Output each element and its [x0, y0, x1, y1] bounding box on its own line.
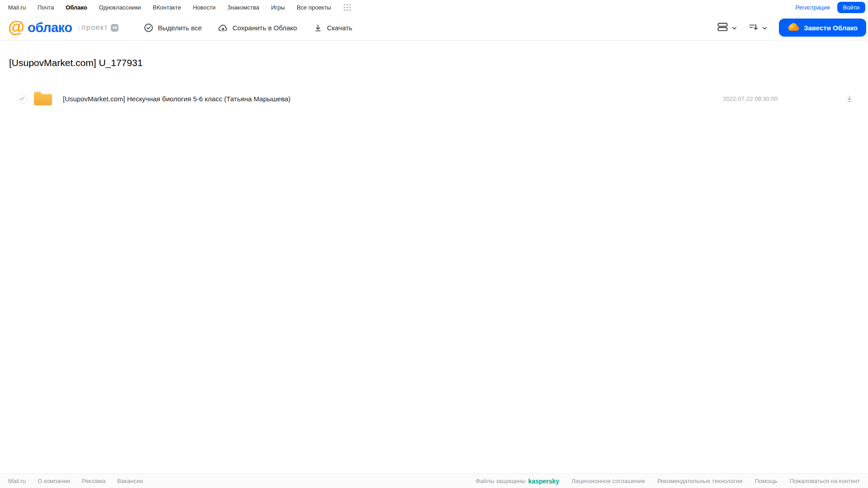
nav-link-games[interactable]: Игры [271, 4, 285, 11]
top-nav-right: Регистрация Войти [796, 2, 865, 13]
nav-link-mailru[interactable]: Mail.ru [8, 4, 26, 11]
nav-link-mail[interactable]: Почта [38, 4, 54, 11]
row-download-icon[interactable] [845, 95, 854, 103]
footer-link-mailru[interactable]: Mail.ru [8, 478, 26, 484]
chevron-down-icon [762, 24, 767, 32]
nav-link-dating[interactable]: Знакомства [227, 4, 259, 11]
create-cloud-label: Завести Облако [804, 24, 858, 32]
footer-link-help[interactable]: Помощь [754, 478, 777, 484]
save-to-cloud-button[interactable]: Сохранить в Облако [218, 23, 297, 33]
file-row[interactable]: [UsupovMarket.com] Нескучная биология 5-… [9, 88, 859, 109]
top-nav-links: Mail.ru Почта Облако Одноклассники ВКонт… [8, 4, 351, 11]
file-name-link[interactable]: [UsupovMarket.com] Нескучная биология 5-… [63, 95, 290, 103]
nav-link-news[interactable]: Новости [193, 4, 215, 11]
toolbar: Выделить все Сохранить в Облако Скачат [144, 15, 352, 40]
kaspersky-logo[interactable]: kaspersky [528, 478, 560, 485]
project-label: проект [81, 24, 108, 32]
sort-icon [749, 23, 758, 33]
select-all-label: Выделить все [158, 24, 202, 32]
footer-link-ads[interactable]: Реклама [82, 478, 105, 484]
check-circle-icon [144, 23, 153, 33]
download-icon [313, 23, 323, 33]
nav-link-cloud[interactable]: Облако [66, 4, 87, 11]
apps-grid-icon[interactable] [344, 4, 351, 11]
list-view-icon [717, 23, 728, 33]
row-checkbox[interactable] [17, 93, 28, 104]
nav-link-all-projects[interactable]: Все проекты [297, 4, 331, 11]
sort-control[interactable] [749, 23, 767, 33]
header: @ облако | проект vk Выделить все [0, 15, 868, 41]
footer-link-about[interactable]: О компании [38, 478, 70, 484]
logo-divider: | [78, 24, 80, 32]
footer-link-recommendation-tech[interactable]: Рекомендательные технологии [657, 478, 742, 484]
save-to-cloud-label: Сохранить в Облако [232, 24, 297, 32]
footer-left-links: Mail.ru О компании Реклама Вакансии [8, 478, 143, 484]
footer: Mail.ru О компании Реклама Вакансии Файл… [0, 474, 868, 488]
kaspersky-protection: Файлы защищены kaspersky [475, 478, 559, 485]
page-title: [UsupovMarket.com] U_177931 [9, 57, 142, 68]
cloud-upload-icon [218, 23, 228, 33]
download-button[interactable]: Скачать [313, 23, 352, 33]
chevron-down-icon [732, 24, 737, 32]
download-label: Скачать [327, 24, 352, 32]
footer-link-report-content[interactable]: Пожаловаться на контент [790, 478, 860, 484]
top-nav: Mail.ru Почта Облако Одноклассники ВКонт… [0, 0, 868, 15]
select-all-button[interactable]: Выделить все [144, 23, 202, 33]
registration-link[interactable]: Регистрация [796, 4, 830, 11]
view-mode-control[interactable] [717, 23, 737, 33]
mailru-at-icon: @ [8, 19, 24, 35]
create-cloud-button[interactable]: Завести Облако [779, 19, 866, 37]
nav-link-odnoklassniki[interactable]: Одноклассники [99, 4, 141, 11]
file-date: 2022-07-22 09:30:00 [723, 95, 778, 102]
login-button[interactable]: Войти [837, 2, 865, 13]
header-right-controls: Завести Облако [717, 19, 866, 37]
logo-product-name: облако [28, 20, 72, 35]
cloud-logo[interactable]: @ облако | проект vk [8, 20, 119, 35]
protection-text: Файлы защищены [475, 478, 525, 484]
footer-link-license[interactable]: Лицензионное соглашение [571, 478, 645, 484]
folder-icon [33, 90, 53, 107]
nav-link-vkontakte[interactable]: ВКонтакте [153, 4, 181, 11]
footer-link-jobs[interactable]: Вакансии [117, 478, 143, 484]
vk-badge-icon: vk [111, 24, 119, 32]
footer-right-links: Файлы защищены kaspersky Лицензионное со… [475, 478, 860, 485]
cloud-brand-icon [787, 22, 799, 33]
